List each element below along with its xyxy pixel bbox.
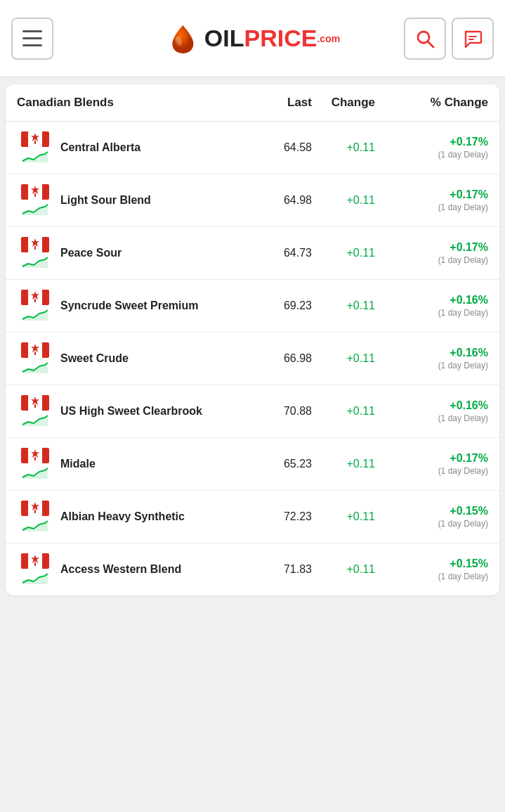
blend-name: Central Alberta: [60, 141, 140, 155]
cell-pct: +0.17% (1 day Delay): [375, 136, 488, 160]
cell-pct: +0.15% (1 day Delay): [375, 505, 488, 529]
pct-value: +0.16%: [375, 294, 488, 307]
cell-last: 64.73: [256, 247, 312, 259]
cell-name: Peace Sour: [17, 237, 256, 269]
app-header: OILPRICE.com: [0, 0, 505, 77]
logo-text: OILPRICE.com: [204, 25, 340, 52]
svg-rect-26: [21, 342, 28, 358]
svg-rect-7: [42, 131, 49, 147]
flag-chart: [17, 448, 53, 480]
cell-last: 71.83: [256, 563, 312, 576]
header-left: [11, 18, 53, 60]
pct-value: +0.15%: [375, 558, 488, 570]
svg-rect-31: [21, 395, 28, 411]
oilprice-logo-icon: [165, 21, 200, 56]
logo[interactable]: OILPRICE.com: [165, 21, 340, 56]
flag-chart: [17, 553, 53, 586]
canadian-flag: [21, 131, 49, 147]
table-row[interactable]: US High Sweet Clearbrook 70.88 +0.11 +0.…: [6, 385, 499, 438]
cell-last: 64.98: [256, 194, 312, 207]
pct-value: +0.17%: [375, 136, 488, 148]
menu-button[interactable]: [11, 18, 53, 60]
cell-last: 69.23: [256, 299, 312, 312]
chat-button[interactable]: [452, 18, 494, 60]
cell-name: Access Western Blend: [17, 553, 256, 586]
svg-rect-27: [42, 342, 49, 358]
table-row[interactable]: Albian Heavy Synthetic 72.23 +0.11 +0.15…: [6, 491, 499, 543]
table-row[interactable]: Access Western Blend 71.83 +0.11 +0.15% …: [6, 543, 499, 595]
table-row[interactable]: Midale 65.23 +0.11 +0.17% (1 day Delay): [6, 438, 499, 491]
chat-icon: [463, 29, 483, 49]
cell-change: +0.11: [312, 352, 375, 365]
table-row[interactable]: Syncrude Sweet Premium 69.23 +0.11 +0.16…: [6, 280, 499, 333]
delay-label: (1 day Delay): [375, 150, 488, 160]
cell-pct: +0.15% (1 day Delay): [375, 558, 488, 581]
search-icon: [415, 29, 435, 49]
table-row[interactable]: Sweet Crude 66.98 +0.11 +0.16% (1 day De…: [6, 333, 499, 385]
svg-rect-18: [34, 246, 36, 250]
svg-rect-22: [42, 290, 49, 305]
flag-chart: [17, 237, 53, 269]
table-body: Central Alberta 64.58 +0.11 +0.17% (1 da…: [6, 122, 499, 595]
mini-chart: [21, 148, 49, 164]
svg-rect-42: [42, 501, 49, 516]
table-row[interactable]: Peace Sour 64.73 +0.11 +0.17% (1 day Del…: [6, 227, 499, 280]
mini-chart: [21, 307, 49, 322]
delay-label: (1 day Delay): [375, 361, 488, 370]
blend-name: Peace Sour: [60, 246, 122, 261]
mini-chart: [21, 359, 49, 375]
cell-name: Light Sour Blend: [17, 184, 256, 217]
svg-rect-32: [42, 395, 49, 411]
pct-value: +0.17%: [375, 241, 488, 254]
cell-change: +0.11: [312, 194, 375, 207]
svg-rect-47: [42, 553, 49, 569]
svg-rect-36: [21, 448, 28, 463]
svg-rect-33: [34, 404, 36, 408]
mini-chart: [21, 517, 49, 533]
table-row[interactable]: Central Alberta 64.58 +0.11 +0.17% (1 da…: [6, 122, 499, 174]
canadian-flag: [21, 342, 49, 358]
search-button[interactable]: [404, 18, 446, 60]
blend-name: Light Sour Blend: [60, 193, 151, 208]
svg-marker-49: [22, 574, 48, 584]
blend-name: Midale: [60, 457, 96, 472]
blend-name: US High Sweet Clearbrook: [60, 404, 202, 419]
cell-name: US High Sweet Clearbrook: [17, 395, 256, 427]
pct-value: +0.17%: [375, 188, 488, 201]
blend-name: Syncrude Sweet Premium: [60, 299, 199, 314]
canadian-flag: [21, 448, 49, 463]
cell-name: Central Alberta: [17, 131, 256, 164]
mini-chart: [21, 570, 49, 586]
col-last: Last: [256, 96, 312, 110]
col-canadian-blends: Canadian Blends: [17, 96, 256, 110]
cell-last: 70.88: [256, 405, 312, 418]
blend-name: Sweet Crude: [60, 352, 129, 366]
canadian-flag: [21, 237, 49, 252]
cell-change: +0.11: [312, 405, 375, 418]
pct-value: +0.15%: [375, 505, 488, 517]
mini-chart: [21, 254, 49, 269]
hamburger-line: [22, 37, 42, 39]
svg-marker-39: [22, 468, 48, 479]
svg-rect-6: [21, 131, 28, 147]
mini-chart: [21, 201, 49, 217]
svg-rect-37: [42, 448, 49, 463]
hamburger-line: [22, 44, 42, 46]
cell-name: Midale: [17, 448, 256, 480]
cell-last: 66.98: [256, 352, 312, 365]
svg-marker-34: [22, 415, 48, 426]
svg-rect-17: [42, 237, 49, 252]
cell-pct: +0.17% (1 day Delay): [375, 188, 488, 212]
pct-value: +0.16%: [375, 399, 488, 412]
svg-rect-11: [21, 184, 28, 200]
canadian-flag: [21, 290, 49, 305]
table-row[interactable]: Light Sour Blend 64.98 +0.11 +0.17% (1 d…: [6, 174, 499, 227]
cell-pct: +0.17% (1 day Delay): [375, 241, 488, 265]
blend-name: Albian Heavy Synthetic: [60, 510, 185, 524]
cell-name: Sweet Crude: [17, 342, 256, 375]
cell-change: +0.11: [312, 299, 375, 312]
flag-chart: [17, 290, 53, 322]
svg-marker-9: [22, 152, 48, 162]
delay-label: (1 day Delay): [375, 308, 488, 318]
svg-rect-23: [34, 299, 36, 302]
